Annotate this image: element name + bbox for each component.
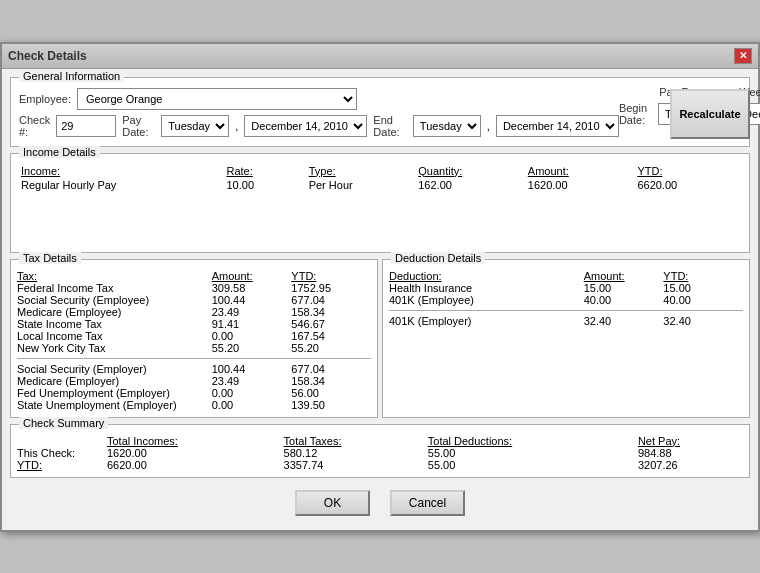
tax-row-employer: State Unemployment (Employer)0.00139.50 bbox=[17, 399, 371, 411]
pay-date-date-select[interactable]: December 14, 2010 bbox=[244, 115, 367, 137]
this-check-netpay: 984.88 bbox=[638, 447, 743, 459]
pay-date-label: Pay Date: bbox=[122, 114, 155, 138]
deduction-table: Deduction: Amount: YTD: Health Insurance… bbox=[389, 270, 743, 306]
tax-table: Tax: Amount: YTD: Federal Income Tax309.… bbox=[17, 270, 371, 354]
ytd-taxes: 3357.74 bbox=[284, 459, 428, 471]
general-info-title: General Information bbox=[19, 70, 124, 82]
button-row: OK Cancel bbox=[10, 484, 750, 522]
summary-section-title: Check Summary bbox=[19, 417, 108, 429]
deduction-table-employer: 401K (Employer)32.4032.40 bbox=[389, 315, 743, 327]
this-check-taxes: 580.12 bbox=[284, 447, 428, 459]
close-button[interactable]: ✕ bbox=[734, 48, 752, 64]
end-date-day-select[interactable]: Tuesday bbox=[413, 115, 481, 137]
summary-header-incomes: Total Incomes: bbox=[107, 435, 284, 447]
income-name: Regular Hourly Pay bbox=[17, 178, 222, 192]
summary-header-deductions: Total Deductions: bbox=[428, 435, 638, 447]
ytd-netpay: 3207.26 bbox=[638, 459, 743, 471]
title-bar: Check Details ✕ bbox=[2, 44, 758, 69]
tax-row: New York City Tax55.2055.20 bbox=[17, 342, 371, 354]
deduction-row: 401K (Employee)40.0040.00 bbox=[389, 294, 743, 306]
this-check-incomes: 1620.00 bbox=[107, 447, 284, 459]
check-label: Check #: bbox=[19, 114, 50, 138]
tax-row-employer: Social Security (Employer)100.44677.04 bbox=[17, 363, 371, 375]
cancel-button[interactable]: Cancel bbox=[390, 490, 465, 516]
summary-this-check-row: This Check: 1620.00 580.12 55.00 984.88 bbox=[17, 447, 743, 459]
ytd-label: YTD: bbox=[17, 459, 107, 471]
income-amount: 1620.00 bbox=[524, 178, 634, 192]
this-check-label: This Check: bbox=[17, 447, 107, 459]
summary-ytd-row: YTD: 6620.00 3357.74 55.00 3207.26 bbox=[17, 459, 743, 471]
deduction-section-title: Deduction Details bbox=[391, 252, 485, 264]
income-header-type: Type: bbox=[305, 164, 415, 178]
tax-header-tax: Tax: bbox=[17, 270, 212, 282]
income-qty: 162.00 bbox=[414, 178, 524, 192]
tax-row-employer: Medicare (Employer)23.49158.34 bbox=[17, 375, 371, 387]
tax-row: Federal Income Tax309.581752.95 bbox=[17, 282, 371, 294]
summary-table: Total Incomes: Total Taxes: Total Deduct… bbox=[17, 435, 743, 471]
income-header-ytd: YTD: bbox=[633, 164, 743, 178]
this-check-deductions: 55.00 bbox=[428, 447, 638, 459]
ded-header-ded: Deduction: bbox=[389, 270, 584, 282]
end-date-date-select[interactable]: December 14, 2010 bbox=[496, 115, 619, 137]
income-header-qty: Quantity: bbox=[414, 164, 524, 178]
end-date-label: End Date: bbox=[373, 114, 407, 138]
deduction-row-employer: 401K (Employer)32.4032.40 bbox=[389, 315, 743, 327]
window-controls: ✕ bbox=[734, 48, 752, 64]
income-type: Per Hour bbox=[305, 178, 415, 192]
ok-button[interactable]: OK bbox=[295, 490, 370, 516]
deduction-row: Health Insurance15.0015.00 bbox=[389, 282, 743, 294]
ded-header-ytd: YTD: bbox=[663, 270, 743, 282]
check-details-window: Check Details ✕ General Information Empl… bbox=[0, 42, 760, 532]
income-header-amount: Amount: bbox=[524, 164, 634, 178]
tax-row: Local Income Tax0.00167.54 bbox=[17, 330, 371, 342]
income-rate: 10.00 bbox=[222, 178, 304, 192]
ytd-incomes: 6620.00 bbox=[107, 459, 284, 471]
window-title: Check Details bbox=[8, 49, 87, 63]
income-ytd: 6620.00 bbox=[633, 178, 743, 192]
employee-select[interactable]: George Orange bbox=[77, 88, 357, 110]
ytd-deductions: 55.00 bbox=[428, 459, 638, 471]
tax-row: State Income Tax91.41546.67 bbox=[17, 318, 371, 330]
tax-section-title: Tax Details bbox=[19, 252, 81, 264]
pay-date-day-select[interactable]: Tuesday bbox=[161, 115, 229, 137]
tax-header-ytd: YTD: bbox=[291, 270, 371, 282]
recalculate-button[interactable]: Recalculate bbox=[670, 89, 750, 139]
income-row: Regular Hourly Pay 10.00 Per Hour 162.00… bbox=[17, 178, 743, 192]
employee-label: Employee: bbox=[19, 93, 71, 105]
summary-header-netpay: Net Pay: bbox=[638, 435, 743, 447]
ded-header-amount: Amount: bbox=[584, 270, 664, 282]
income-header-rate: Rate: bbox=[222, 164, 304, 178]
check-number-input[interactable] bbox=[56, 115, 116, 137]
tax-table-employer: Social Security (Employer)100.44677.04Me… bbox=[17, 363, 371, 411]
tax-row: Social Security (Employee)100.44677.04 bbox=[17, 294, 371, 306]
summary-header-taxes: Total Taxes: bbox=[284, 435, 428, 447]
income-header-income: Income: bbox=[17, 164, 222, 178]
begin-date-label: Begin Date: bbox=[619, 102, 654, 126]
income-section-title: Income Details bbox=[19, 146, 100, 158]
tax-header-amount: Amount: bbox=[212, 270, 292, 282]
tax-row-employer: Fed Unemployment (Employer)0.0056.00 bbox=[17, 387, 371, 399]
income-table: Income: Rate: Type: Quantity: Amount: YT… bbox=[17, 164, 743, 192]
tax-row: Medicare (Employee)23.49158.34 bbox=[17, 306, 371, 318]
